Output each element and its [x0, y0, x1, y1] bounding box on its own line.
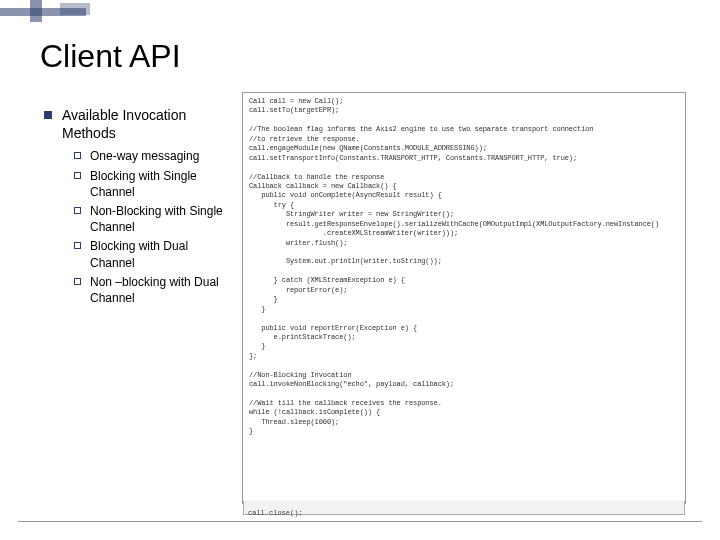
heading-row: Available Invocation Methods [44, 106, 230, 142]
code-content: Call call = new Call(); call.setTo(targe… [243, 93, 685, 441]
list-item-text: One-way messaging [90, 148, 199, 164]
list-item-text: Blocking with Dual Channel [90, 238, 230, 270]
heading-text: Available Invocation Methods [62, 106, 230, 142]
open-square-icon [74, 152, 81, 159]
list-item-text: Non –blocking with Dual Channel [90, 274, 230, 306]
open-square-icon [74, 207, 81, 214]
list-item: Blocking with Single Channel [74, 168, 230, 200]
code-footer-text: call.close(); [244, 509, 303, 517]
open-square-icon [74, 242, 81, 249]
sublist: One-way messaging Blocking with Single C… [44, 148, 230, 306]
slide: Client API Available Invocation Methods … [0, 0, 720, 540]
list-item-text: Blocking with Single Channel [90, 168, 230, 200]
list-item: Blocking with Dual Channel [74, 238, 230, 270]
corner-decoration [0, 0, 120, 26]
code-box: Call call = new Call(); call.setTo(targe… [242, 92, 686, 504]
list-item: One-way messaging [74, 148, 230, 164]
open-square-icon [74, 172, 81, 179]
list-item: Non-Blocking with Single Channel [74, 203, 230, 235]
footer-divider [18, 521, 702, 522]
list-item: Non –blocking with Dual Channel [74, 274, 230, 306]
slide-title: Client API [40, 38, 181, 75]
square-bullet-icon [44, 111, 52, 119]
content-block: Available Invocation Methods One-way mes… [44, 106, 230, 309]
list-item-text: Non-Blocking with Single Channel [90, 203, 230, 235]
open-square-icon [74, 278, 81, 285]
code-footer-bar: call.close(); [243, 501, 685, 515]
